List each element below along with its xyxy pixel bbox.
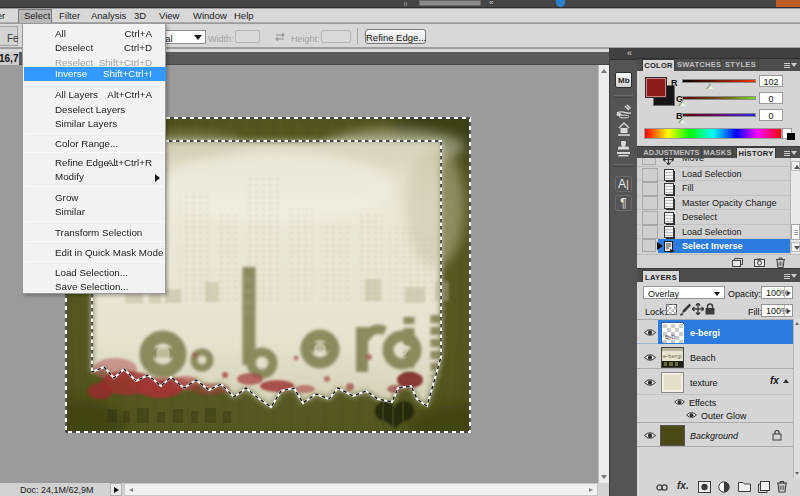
svg-text:e-b: e-b: [665, 333, 675, 340]
svg-text:e-bergi: e-bergi: [663, 353, 682, 359]
